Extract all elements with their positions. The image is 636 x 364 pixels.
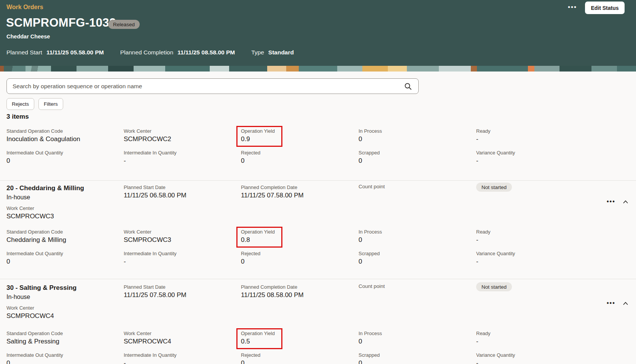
field-intermediate-out-quantity: Intermediate Out Quantity 0 (6, 350, 124, 364)
field-operation-yield: Operation Yield 0.9 (241, 126, 359, 147)
breadcrumb[interactable]: Work Orders (6, 4, 43, 11)
field-value: SCMPROCWC4 (6, 312, 54, 320)
field-value: 0 (359, 157, 476, 165)
planned-start-label: Planned Start (6, 49, 42, 56)
more-actions-icon[interactable]: ••• (566, 2, 579, 13)
field-label: Ready (476, 229, 630, 235)
field-variance-quantity: Variance Quantity - (476, 248, 630, 270)
field-value: SCMPROCWC4 (124, 338, 241, 345)
operation-yield-highlight: Operation Yield 0.9 (236, 126, 282, 147)
field-intermediate-in-quantity: Intermediate In Quantity - (124, 248, 241, 270)
search-input[interactable] (7, 79, 418, 94)
field-value: 0 (241, 258, 359, 265)
planned-completion-date: Planned Completion Date 11/11/25 07.58.0… (241, 182, 359, 201)
field-in-process: In Process 0 (359, 126, 476, 147)
field-value: 0 (359, 236, 476, 244)
field-value: SCMPROCWC3 (6, 213, 54, 220)
field-label: Intermediate In Quantity (124, 251, 241, 256)
field-standard-operation-code: Standard Operation Code Cheddaring & Mil… (6, 226, 124, 248)
field-label: Ready (476, 331, 630, 336)
field-value: Salting & Pressing (6, 338, 124, 345)
operation-title: 30 - Salting & Pressing (6, 284, 124, 292)
field-value: 11/11/25 08.58.00 PM (241, 291, 359, 299)
operation-20-work-center: Work Center SCMPROCWC3 (6, 205, 54, 220)
operation-30-details: Standard Operation Code Salting & Pressi… (6, 328, 630, 364)
field-value: - (124, 258, 241, 265)
field-rejected: Rejected 0 (241, 350, 359, 364)
operation-status-badge: Not started (476, 282, 512, 291)
field-value: 0 (241, 157, 359, 165)
field-label: Work Center (6, 205, 54, 211)
field-value: - (476, 157, 630, 165)
count-point-label: Count point (359, 182, 476, 201)
field-work-center: Work Center SCMPROCWC2 (124, 126, 241, 147)
field-label: In Process (359, 229, 476, 235)
field-value: 11/11/25 07.58.00 PM (124, 291, 241, 299)
field-label: Planned Completion Date (241, 184, 359, 190)
operation-yield-highlight: Operation Yield 0.5 (236, 328, 282, 349)
rejects-button[interactable]: Rejects (6, 98, 34, 110)
page-subtitle: Cheddar Cheese (6, 33, 50, 40)
operation-20-actions: ••• (607, 197, 628, 206)
chevron-up-icon[interactable] (623, 302, 628, 305)
field-intermediate-in-quantity: Intermediate In Quantity - (124, 350, 241, 364)
field-scrapped: Scrapped 0 (359, 350, 476, 364)
row-more-actions-icon[interactable]: ••• (607, 197, 615, 206)
field-label: Variance Quantity (476, 150, 630, 156)
field-ready: Ready - (476, 126, 630, 147)
type-value: Standard (268, 49, 294, 56)
field-label: Scrapped (359, 352, 476, 358)
field-intermediate-out-quantity: Intermediate Out Quantity 0 (6, 248, 124, 270)
field-value: Inoculation & Coagulation (6, 135, 124, 143)
filters-button[interactable]: Filters (38, 98, 63, 110)
field-value: 0 (6, 359, 124, 364)
field-standard-operation-code: Standard Operation Code Inoculation & Co… (6, 126, 124, 147)
field-value: SCMPROCWC3 (124, 236, 241, 244)
field-rejected: Rejected 0 (241, 147, 359, 169)
field-rejected: Rejected 0 (241, 248, 359, 270)
operation-20-details: Standard Operation Code Cheddaring & Mil… (6, 226, 630, 270)
field-value: - (476, 359, 630, 364)
field-value: 0.8 (241, 236, 276, 244)
field-label: Standard Operation Code (6, 229, 124, 235)
planned-start-value: 11/11/25 05.58.00 PM (46, 49, 104, 56)
edit-status-button[interactable]: Edit Status (585, 2, 625, 14)
field-standard-operation-code: Standard Operation Code Salting & Pressi… (6, 328, 124, 350)
section-divider (0, 180, 636, 181)
field-in-process: In Process 0 (359, 226, 476, 248)
field-value: 0 (6, 258, 124, 265)
field-label: Scrapped (359, 251, 476, 256)
work-order-page: Work Orders SCMPROMFG-1032 Released Ched… (0, 0, 636, 364)
field-label: Intermediate Out Quantity (6, 251, 124, 256)
operation-20-header: 20 - Cheddaring & Milling In-house Plann… (6, 182, 630, 201)
search-icon[interactable] (404, 83, 412, 90)
status-badge: Released (108, 20, 140, 29)
row-more-actions-icon[interactable]: ••• (607, 299, 615, 308)
field-value: 0 (359, 338, 476, 345)
type-label: Type (251, 49, 264, 56)
field-work-center: Work Center SCMPROCWC4 (124, 328, 241, 350)
chevron-up-icon[interactable] (623, 200, 628, 203)
operation-yield-highlight: Operation Yield 0.8 (236, 227, 282, 248)
field-in-process: In Process 0 (359, 328, 476, 350)
field-variance-quantity: Variance Quantity - (476, 147, 630, 169)
field-intermediate-in-quantity: Intermediate In Quantity - (124, 147, 241, 169)
operation-title: 20 - Cheddaring & Milling (6, 184, 124, 192)
operation-30-work-center: Work Center SCMPROCWC4 (6, 305, 54, 320)
field-label: Planned Completion Date (241, 284, 359, 290)
field-label: Planned Start Date (124, 284, 241, 290)
operation-title-block: 30 - Salting & Pressing In-house (6, 281, 124, 300)
search-box (6, 78, 419, 94)
operation-30-header: 30 - Salting & Pressing In-house Planned… (6, 281, 630, 300)
field-value: 0 (241, 359, 359, 364)
field-ready: Ready - (476, 226, 630, 248)
planned-start-date: Planned Start Date 11/11/25 06.58.00 PM (124, 182, 241, 201)
items-count: 3 items (6, 113, 29, 121)
field-label: Standard Operation Code (6, 128, 124, 134)
field-label: Variance Quantity (476, 352, 630, 358)
field-value: 11/11/25 06.58.00 PM (124, 192, 241, 199)
field-variance-quantity: Variance Quantity - (476, 350, 630, 364)
field-value: - (124, 359, 241, 364)
field-label: In Process (359, 331, 476, 336)
planned-completion-date: Planned Completion Date 11/11/25 08.58.0… (241, 281, 359, 300)
